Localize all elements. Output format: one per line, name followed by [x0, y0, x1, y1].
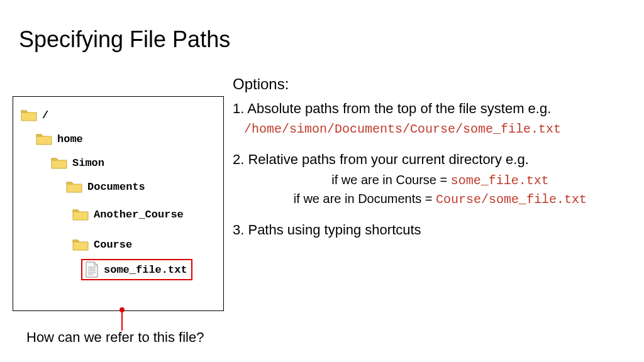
file-highlight: some_file.txt: [81, 259, 192, 280]
callout-pointer-line: [121, 309, 123, 331]
folder-icon: [66, 180, 82, 194]
option-1-path: /home/simon/Documents/Course/some_file.t…: [244, 121, 641, 138]
folder-icon: [51, 156, 67, 170]
tree-row-course: Course: [72, 233, 216, 256]
option-2-sub2-path: Course/some_file.txt: [436, 192, 587, 207]
tree-row-another: Another_Course: [72, 202, 216, 226]
folder-icon: [36, 132, 52, 146]
file-tree-box: / home Simon Documents Another_Course Co…: [13, 96, 224, 311]
folder-icon: [21, 108, 37, 122]
tree-label: home: [57, 133, 83, 145]
tree-label: Another_Course: [94, 209, 184, 221]
tree-label: some_file.txt: [104, 264, 187, 276]
option-1: 1. Absolute paths from the top of the fi…: [233, 99, 641, 118]
option-2-sub2: if we are in Documents = Course/some_fil…: [252, 190, 629, 208]
options-panel: Options: 1. Absolute paths from the top …: [233, 74, 641, 241]
tree-row-home: home: [36, 127, 216, 151]
tree-row-simon: Simon: [51, 151, 216, 175]
tree-label: Documents: [87, 181, 145, 193]
option-2-sub1-prefix: if we are in Course =: [331, 173, 451, 187]
file-icon: [85, 261, 99, 278]
folder-icon: [72, 207, 89, 221]
option-2: 2. Relative paths from your current dire…: [233, 150, 641, 169]
option-2-sub1-path: some_file.txt: [451, 173, 549, 188]
caption-text: How can we refer to this file?: [26, 329, 204, 346]
tree-label: Simon: [72, 157, 104, 169]
slide-title: Specifying File Paths: [19, 26, 230, 53]
tree-row-root: /: [21, 103, 216, 127]
folder-icon: [72, 238, 89, 251]
tree-row-file: some_file.txt: [81, 258, 216, 282]
options-heading: Options:: [233, 74, 641, 94]
tree-label: Course: [94, 239, 132, 251]
option-3: 3. Paths using typing shortcuts: [233, 221, 641, 239]
tree-row-documents: Documents: [66, 175, 216, 199]
option-2-sub2-prefix: if we are in Documents =: [294, 192, 436, 206]
tree-label: /: [42, 109, 48, 121]
option-2-sub1: if we are in Course = some_file.txt: [252, 172, 629, 189]
